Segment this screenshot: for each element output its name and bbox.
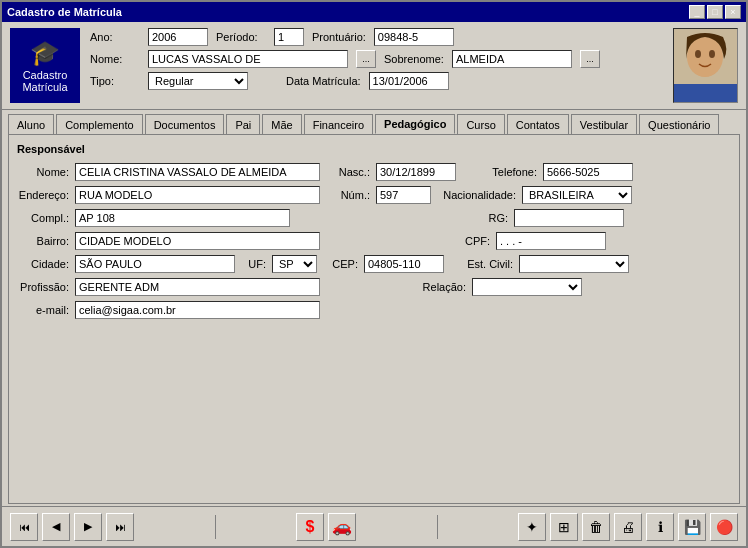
rg-input[interactable]: [514, 209, 624, 227]
window-title: Cadastro de Matrícula: [7, 6, 122, 18]
form-row-cidade: Cidade: UF: SP CEP: Est. Civil:: [17, 255, 731, 273]
tab-complemento[interactable]: Complemento: [56, 114, 142, 134]
prev-button[interactable]: ◀: [42, 513, 70, 541]
sobrenome-input[interactable]: [452, 50, 572, 68]
header-row-2: Nome: ... Sobrenome: ...: [90, 50, 665, 68]
last-button[interactable]: ⏭: [106, 513, 134, 541]
relacao-select[interactable]: [472, 278, 582, 296]
tabs-bar: Aluno Complemento Documentos Pai Mãe Fin…: [2, 110, 746, 134]
cpf-input[interactable]: [496, 232, 606, 250]
profissao-input[interactable]: [75, 278, 320, 296]
grid-button[interactable]: ⊞: [550, 513, 578, 541]
minimize-button[interactable]: _: [689, 5, 705, 19]
nacionalidade-select[interactable]: BRASILEIRA: [522, 186, 632, 204]
ano-input[interactable]: [148, 28, 208, 46]
car-button[interactable]: 🚗: [328, 513, 356, 541]
logo-line2: Matrícula: [22, 81, 67, 93]
header-fields: Ano: Período: Prontuário: Nome: ... Sobr…: [90, 28, 665, 94]
trash-button[interactable]: 🗑: [582, 513, 610, 541]
window-controls: _ □ ×: [689, 5, 741, 19]
form-row-nome: Nome: Nasc.: Telefone:: [17, 163, 731, 181]
sobrenome-label: Sobrenome:: [384, 53, 444, 65]
email-label: e-mail:: [17, 304, 69, 316]
data-matricula-input[interactable]: [369, 72, 449, 90]
close-button[interactable]: ×: [725, 5, 741, 19]
uf-select[interactable]: SP: [272, 255, 317, 273]
photo-placeholder: [674, 29, 737, 102]
nome-input[interactable]: [148, 50, 348, 68]
title-bar: Cadastro de Matrícula _ □ ×: [2, 2, 746, 22]
ano-label: Ano:: [90, 31, 140, 43]
svg-point-1: [687, 37, 723, 77]
nasc-input[interactable]: [376, 163, 456, 181]
data-matricula-label: Data Matrícula:: [286, 75, 361, 87]
nav-group: ⏮ ◀ ▶ ⏭: [10, 513, 134, 541]
tab-mae[interactable]: Mãe: [262, 114, 301, 134]
email-input[interactable]: [75, 301, 320, 319]
cidade-input[interactable]: [75, 255, 235, 273]
sobrenome-browse-button[interactable]: ...: [580, 50, 600, 68]
next-button[interactable]: ▶: [74, 513, 102, 541]
tab-contatos[interactable]: Contatos: [507, 114, 569, 134]
maximize-button[interactable]: □: [707, 5, 723, 19]
num-input[interactable]: [376, 186, 431, 204]
tipo-select[interactable]: Regular: [148, 72, 248, 90]
svg-rect-4: [674, 84, 737, 102]
dollar-button[interactable]: $: [296, 513, 324, 541]
svg-point-3: [709, 50, 715, 58]
print-button[interactable]: 🖨: [614, 513, 642, 541]
num-label: Núm.:: [330, 189, 370, 201]
nome-resp-label: Nome:: [17, 166, 69, 178]
relacao-label: Relação:: [416, 281, 466, 293]
telefone-input[interactable]: [543, 163, 633, 181]
logo-box: 🎓 Cadastro Matrícula: [10, 28, 80, 103]
main-window: Cadastro de Matrícula _ □ × 🎓 Cadastro M…: [0, 0, 748, 548]
compl-input[interactable]: [75, 209, 290, 227]
endereco-input[interactable]: [75, 186, 320, 204]
student-photo-svg: [674, 29, 737, 102]
form-row-profissao: Profissão: Relação:: [17, 278, 731, 296]
info-button[interactable]: ℹ: [646, 513, 674, 541]
save-button[interactable]: 💾: [678, 513, 706, 541]
nome-resp-input[interactable]: [75, 163, 320, 181]
tipo-label: Tipo:: [90, 75, 140, 87]
bairro-input[interactable]: [75, 232, 320, 250]
tab-pedagogico[interactable]: Pedagógico: [375, 114, 455, 134]
tab-financeiro[interactable]: Financeiro: [304, 114, 373, 134]
prontuario-label: Prontuário:: [312, 31, 366, 43]
cep-label: CEP:: [323, 258, 358, 270]
nome-label: Nome:: [90, 53, 140, 65]
tab-questionario[interactable]: Questionário: [639, 114, 719, 134]
tab-pai[interactable]: Pai: [226, 114, 260, 134]
prontuario-input[interactable]: [374, 28, 454, 46]
periodo-input[interactable]: [274, 28, 304, 46]
logo-line1: Cadastro: [23, 69, 68, 81]
nome-browse-button[interactable]: ...: [356, 50, 376, 68]
form-row-email: e-mail:: [17, 301, 731, 319]
content-area: Responsável Nome: Nasc.: Telefone: Ender…: [8, 134, 740, 504]
estcivil-select[interactable]: [519, 255, 629, 273]
bairro-label: Bairro:: [17, 235, 69, 247]
star-button[interactable]: ✦: [518, 513, 546, 541]
uf-label: UF:: [241, 258, 266, 270]
svg-point-2: [695, 50, 701, 58]
cep-input[interactable]: [364, 255, 444, 273]
tab-documentos[interactable]: Documentos: [145, 114, 225, 134]
first-button[interactable]: ⏮: [10, 513, 38, 541]
tab-vestibular[interactable]: Vestibular: [571, 114, 637, 134]
tab-curso[interactable]: Curso: [457, 114, 504, 134]
action-group-1: $ 🚗: [296, 513, 356, 541]
cpf-label: CPF:: [450, 235, 490, 247]
header-row-1: Ano: Período: Prontuário:: [90, 28, 665, 46]
endereco-label: Endereço:: [17, 189, 69, 201]
periodo-label: Período:: [216, 31, 266, 43]
separator-1: [215, 515, 216, 539]
logo-icon: 🎓: [30, 39, 60, 67]
form-row-bairro: Bairro: CPF:: [17, 232, 731, 250]
exit-button[interactable]: 🔴: [710, 513, 738, 541]
rg-label: RG:: [468, 212, 508, 224]
bottom-toolbar: ⏮ ◀ ▶ ⏭ $ 🚗 ✦ ⊞ 🗑 🖨 ℹ 💾 🔴: [2, 506, 746, 546]
header-panel: 🎓 Cadastro Matrícula Ano: Período: Pront…: [2, 22, 746, 110]
photo-box: [673, 28, 738, 103]
tab-aluno[interactable]: Aluno: [8, 114, 54, 134]
